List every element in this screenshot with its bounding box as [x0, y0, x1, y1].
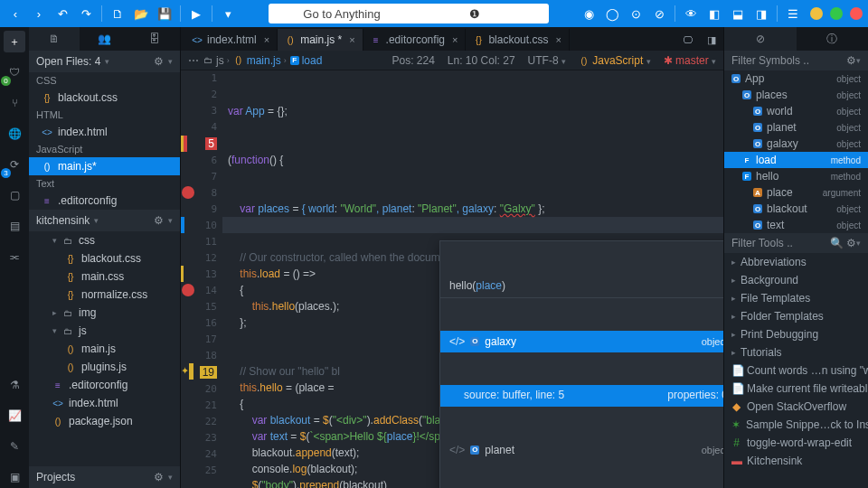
status-lncol[interactable]: Ln: 10 Col: 27	[448, 54, 515, 67]
chart-icon[interactable]: 📈	[4, 405, 25, 427]
nav-fwd-icon[interactable]: ›	[29, 4, 49, 23]
play-icon[interactable]: ▶	[186, 4, 206, 23]
sync-icon[interactable]: ⟳3	[4, 154, 25, 175]
dropdown-icon[interactable]: ▾	[218, 4, 238, 23]
open-icon[interactable]: 📂	[131, 4, 151, 23]
window-close[interactable]	[850, 7, 863, 20]
file-item[interactable]: {}normalize.css	[29, 286, 180, 304]
globe-icon[interactable]: 🌐	[4, 123, 25, 145]
close-icon[interactable]: ×	[264, 34, 269, 45]
folder-item[interactable]: ▸🗀img	[29, 304, 180, 322]
share-icon[interactable]: ⫘	[4, 246, 25, 267]
terminal-icon[interactable]: ▤	[4, 215, 25, 237]
status-lang[interactable]: () JavaScript ▾	[579, 54, 651, 67]
edit-icon[interactable]: ✎	[4, 436, 25, 457]
open-files-header[interactable]: Open Files: 4 ▾ ⚙▾	[29, 51, 180, 72]
split-icon[interactable]: ◨	[700, 29, 723, 51]
status-pos[interactable]: Pos: 224	[392, 54, 434, 67]
gear-icon[interactable]: ⚙	[154, 471, 164, 483]
tool-item[interactable]: ▬Kitchensink	[724, 452, 868, 470]
crumb-func[interactable]: Fload	[290, 54, 323, 67]
history-icon[interactable]: ⋯	[188, 54, 199, 67]
view-eye-icon[interactable]: 👁	[681, 4, 701, 23]
places-tab-files-icon[interactable]: 🗎	[29, 27, 80, 51]
gear-icon[interactable]: ⚙	[846, 54, 856, 67]
vcs-icon[interactable]: ⑂	[4, 92, 25, 114]
layout-right-icon[interactable]: ◨	[751, 4, 771, 23]
folder-item[interactable]: ▾🗀css	[29, 231, 180, 249]
tool-category[interactable]: ▸Folder Templates	[724, 307, 868, 325]
right-tab-icon[interactable]: ⊘	[724, 27, 797, 51]
projects-header[interactable]: Projects ⚙▾	[29, 466, 180, 488]
notif-icon[interactable]: 🛡0	[4, 61, 25, 83]
editor-tab[interactable]: ()main.js *×	[278, 29, 363, 51]
autocomplete-item[interactable]: </>Ogalaxyobject	[440, 331, 723, 352]
open-file-item[interactable]: ()main.js*	[29, 157, 180, 175]
open-file-item[interactable]: <>index.html	[29, 123, 180, 141]
gear-icon[interactable]: ⚙	[154, 214, 164, 227]
console-icon[interactable]: ▣	[4, 466, 25, 488]
save-icon[interactable]: 💾	[155, 4, 175, 23]
places-tab-db-icon[interactable]: 🗄	[129, 27, 180, 51]
tool-category[interactable]: ▸Background	[724, 271, 868, 289]
right-tab-icon[interactable]: ⓘ	[797, 27, 869, 51]
tool-category[interactable]: ▸Print Debugging	[724, 325, 868, 343]
symbol-item[interactable]: Otextobject	[724, 217, 868, 233]
filter-symbols-input[interactable]: Filter Symbols ..⚙▾	[724, 51, 868, 70]
window-maximize[interactable]	[830, 7, 843, 20]
file-item[interactable]: ()package.json	[29, 412, 180, 430]
filter-tools-input[interactable]: Filter Tools ..🔍 ⚙▾	[724, 233, 868, 253]
tool-item[interactable]: 📄Count words …n using "wc"	[724, 361, 868, 380]
record-icon[interactable]: ◉	[579, 4, 599, 23]
tool-category[interactable]: ▸File Templates	[724, 289, 868, 307]
undo-icon[interactable]: ↶	[52, 4, 72, 23]
symbol-item[interactable]: Oplacesobject	[724, 87, 868, 103]
go-to-anything-input[interactable]: Go to Anything ❶	[269, 4, 549, 23]
crumb-file[interactable]: ()main.js›	[233, 54, 287, 67]
open-file-item[interactable]: ≡.editorconfig	[29, 192, 180, 210]
layout-left-icon[interactable]: ◧	[704, 4, 724, 23]
editor-tab[interactable]: {}blackout.css×	[466, 29, 569, 51]
symbol-item[interactable]: Floadmethod	[724, 152, 868, 168]
tool-item[interactable]: 📄Make current file writeable	[724, 380, 868, 398]
tool-category[interactable]: ▸Abbreviations	[724, 253, 868, 271]
editor-tab[interactable]: ≡.editorconfig×	[363, 29, 467, 51]
file-item[interactable]: {}main.css	[29, 267, 180, 286]
file-item[interactable]: ()main.js	[29, 340, 180, 358]
status-branch[interactable]: ✱ master ▾	[664, 54, 716, 67]
nav-back-icon[interactable]: ‹	[5, 4, 25, 23]
pause-icon[interactable]: ⊘	[649, 4, 669, 23]
step-icon[interactable]: ⊙	[626, 4, 646, 23]
tool-item[interactable]: ◆Open StackOverflow	[724, 398, 868, 416]
file-item[interactable]: <>index.html	[29, 394, 180, 412]
folder-item[interactable]: ▾🗀js	[29, 322, 180, 340]
crumb-folder[interactable]: 🗀js›	[203, 54, 230, 67]
window-minimize[interactable]	[810, 7, 823, 20]
search-icon[interactable]: 🔍	[830, 237, 844, 249]
symbol-item[interactable]: Oplanetobject	[724, 119, 868, 136]
layout-bottom-icon[interactable]: ⬓	[728, 4, 748, 23]
code-editor[interactable]: ✦ 12345678910111213141516171819202122232…	[181, 70, 723, 488]
project-header[interactable]: kitchensink ▾ ⚙▾	[29, 210, 180, 231]
file-item[interactable]: ≡.editorconfig	[29, 376, 180, 394]
flask-icon[interactable]: ⚗	[4, 374, 25, 396]
symbol-item[interactable]: Aplaceargument	[724, 184, 868, 201]
editor-tab[interactable]: <>index.html×	[184, 29, 278, 51]
gear-icon[interactable]: ⚙	[154, 55, 164, 68]
tool-category[interactable]: ▸Tutorials	[724, 343, 868, 361]
places-tab-people-icon[interactable]: 👥	[80, 27, 130, 51]
redo-icon[interactable]: ↷	[76, 4, 96, 23]
open-file-item[interactable]: {}blackout.css	[29, 89, 180, 107]
tool-item[interactable]: ✶Sample Snippe…ck to Insert	[724, 416, 868, 434]
preview-icon[interactable]: 🖵	[675, 29, 700, 51]
file-item[interactable]: {}blackout.css	[29, 249, 180, 267]
symbol-item[interactable]: Fhellomethod	[724, 168, 868, 184]
tool-item[interactable]: #toggle-word-wrap-edit	[724, 434, 868, 452]
file-item[interactable]: ()plugins.js	[29, 358, 180, 376]
status-enc[interactable]: UTF-8 ▾	[528, 54, 566, 67]
box-icon[interactable]: ▢	[4, 184, 25, 206]
symbol-item[interactable]: Ogalaxyobject	[724, 136, 868, 152]
stop-icon[interactable]: ◯	[602, 4, 622, 23]
close-icon[interactable]: ×	[452, 34, 458, 45]
close-icon[interactable]: ×	[555, 34, 561, 45]
